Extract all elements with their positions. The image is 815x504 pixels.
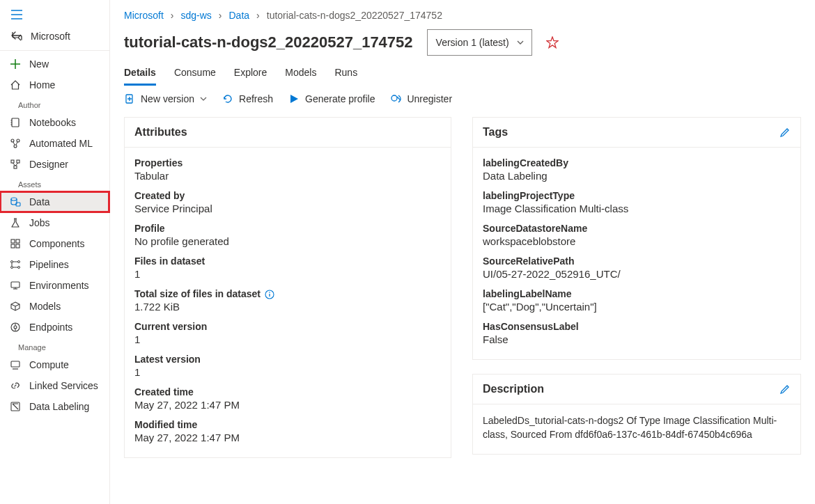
sidebar-item-jobs[interactable]: Jobs (0, 212, 109, 233)
cube-icon (10, 301, 21, 312)
breadcrumb-link[interactable]: Microsoft (124, 10, 164, 21)
svg-rect-16 (14, 166, 17, 168)
sidebar-item-data-labeling[interactable]: Data Labeling (0, 396, 109, 417)
sidebar-item-data[interactable]: Data (0, 191, 109, 212)
pencil-icon (779, 127, 791, 138)
sidebar-item-label: Models (29, 301, 61, 312)
tag-value: workspaceblobstore (483, 234, 791, 247)
description-panel: Description LabeledDs_tutorial-cats-n-do… (472, 374, 801, 455)
generate-profile-button[interactable]: Generate profile (288, 93, 375, 104)
edit-tags-button[interactable] (779, 127, 791, 138)
tabs: Details Consume Explore Models Runs (124, 63, 801, 85)
pencil-icon (779, 384, 791, 395)
svg-rect-23 (11, 244, 15, 248)
tag-value: ["Cat","Dog","Uncertain"] (483, 299, 791, 313)
cmd-label: Unregister (407, 93, 452, 104)
tab-models[interactable]: Models (285, 63, 316, 85)
sidebar-item-label: Home (29, 79, 55, 90)
tag-value: Image Classification Multi-class (483, 201, 791, 214)
tab-consume[interactable]: Consume (174, 63, 216, 85)
sidebar-section-author: Author (0, 95, 109, 112)
version-label: Version 1 (latest) (436, 37, 509, 48)
chevron-right-icon: › (256, 10, 260, 21)
svg-rect-5 (12, 118, 19, 127)
svg-line-17 (13, 163, 15, 166)
environment-icon (10, 280, 21, 291)
svg-rect-32 (11, 282, 20, 288)
play-icon (288, 93, 300, 104)
breadcrumb: Microsoft › sdg-ws › Data › tutorial-cat… (124, 0, 801, 26)
sidebar-section-manage: Manage (0, 338, 109, 354)
compute-icon (10, 359, 21, 370)
svg-rect-21 (11, 239, 15, 243)
designer-icon (10, 159, 21, 170)
home-icon (10, 79, 21, 90)
svg-point-10 (17, 139, 20, 142)
tag-key: labelingProjectType (483, 190, 791, 201)
sidebar-item-home[interactable]: Home (0, 74, 109, 95)
tag-value: False (483, 332, 791, 345)
sidebar-item-models[interactable]: Models (0, 296, 109, 317)
automl-icon (10, 138, 21, 149)
svg-point-19 (11, 198, 17, 200)
svg-line-13 (16, 142, 17, 145)
svg-point-47 (269, 292, 270, 293)
sidebar-item-label: Pipelines (29, 259, 69, 270)
unregister-button[interactable]: Unregister (390, 93, 452, 104)
chevron-down-icon (516, 38, 525, 47)
notebook-icon (10, 117, 21, 128)
tab-explore[interactable]: Explore (234, 63, 267, 85)
sidebar-item-environments[interactable]: Environments (0, 275, 109, 296)
plus-icon (10, 58, 21, 70)
svg-line-18 (15, 163, 18, 166)
new-version-button[interactable]: New version (124, 93, 207, 104)
svg-line-12 (13, 142, 15, 145)
sidebar-item-automated-ml[interactable]: Automated ML (0, 133, 109, 154)
svg-point-27 (11, 267, 13, 269)
attr-key: Total size of files in dataset (134, 288, 441, 299)
hamburger-icon[interactable] (0, 3, 109, 26)
tag-value: Data Labeling (483, 168, 791, 182)
breadcrumb-link[interactable]: Data (229, 10, 250, 21)
tab-details[interactable]: Details (124, 63, 156, 85)
attr-value: 1 (134, 332, 441, 345)
flask-icon (10, 217, 21, 228)
attr-value: 1 (134, 267, 441, 280)
sidebar-item-endpoints[interactable]: Endpoints (0, 317, 109, 338)
breadcrumb-link[interactable]: sdg-ws (180, 10, 211, 21)
tag-key: labelingLabelName (483, 288, 791, 299)
sidebar-item-components[interactable]: Components (0, 233, 109, 254)
attr-key: Created time (134, 386, 441, 397)
sidebar-item-label: New (29, 58, 49, 70)
label-icon (10, 401, 21, 412)
sidebar-item-notebooks[interactable]: Notebooks (0, 112, 109, 133)
svg-rect-39 (11, 361, 20, 367)
command-bar: New version Refresh Generate profile Unr… (124, 85, 801, 117)
refresh-button[interactable]: Refresh (222, 93, 273, 104)
sidebar-item-label: Environments (29, 280, 89, 291)
back-arrow-icon (11, 31, 22, 42)
attr-key: Current version (134, 321, 441, 332)
svg-rect-15 (17, 160, 20, 163)
sidebar-item-designer[interactable]: Designer (0, 154, 109, 175)
svg-point-43 (391, 95, 397, 101)
edit-description-button[interactable] (779, 384, 791, 395)
sidebar-brand[interactable]: Microsoft (0, 26, 109, 49)
sidebar-item-label: Notebooks (29, 117, 76, 128)
sidebar-item-label: Data Labeling (29, 401, 89, 412)
favorite-button[interactable] (546, 36, 559, 49)
attr-value: Tabular (134, 168, 441, 182)
sidebar-section-assets: Assets (0, 175, 109, 191)
tag-key: labelingCreatedBy (483, 157, 791, 168)
attributes-panel: Attributes PropertiesTabular Created byS… (124, 117, 451, 458)
tab-runs[interactable]: Runs (334, 63, 357, 85)
sidebar-item-compute[interactable]: Compute (0, 354, 109, 375)
sidebar-item-linked-services[interactable]: Linked Services (0, 375, 109, 396)
version-select[interactable]: Version 1 (latest) (427, 29, 532, 56)
info-icon[interactable] (265, 290, 274, 299)
sidebar-item-new[interactable]: New (0, 54, 109, 74)
sidebar-item-label: Automated ML (29, 138, 93, 149)
cmd-label: Generate profile (305, 93, 375, 104)
sidebar-item-pipelines[interactable]: Pipelines (0, 254, 109, 275)
attr-value: May 27, 2022 1:47 PM (134, 430, 441, 443)
